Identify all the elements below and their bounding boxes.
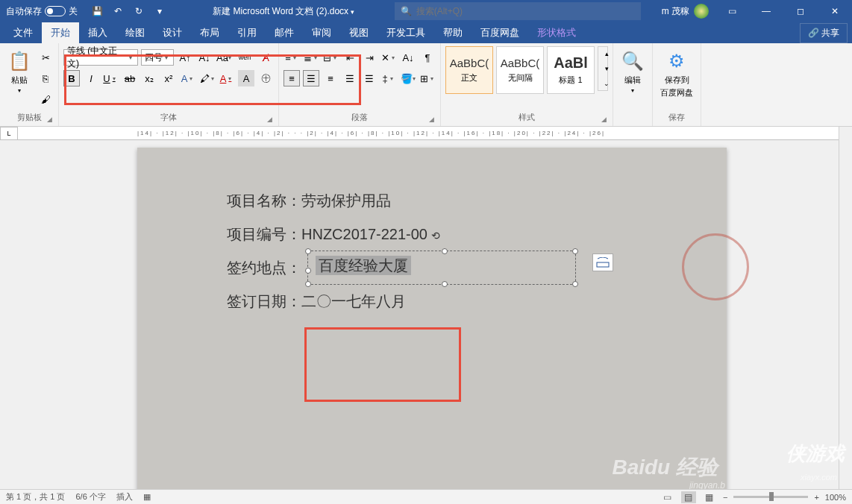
align-right-icon[interactable]: ≡ [322, 70, 339, 86]
align-left-icon[interactable]: ≡ [284, 70, 300, 86]
char-shading-icon[interactable]: A [238, 70, 254, 86]
change-case-icon[interactable]: Aa▾ [216, 49, 232, 66]
ribbon-options-icon[interactable]: ▭ [715, 0, 749, 22]
resize-handle[interactable] [305, 268, 311, 274]
view-print-icon[interactable]: ▤ [681, 491, 696, 503]
bold-button[interactable]: B [63, 70, 80, 86]
tab-mailings[interactable]: 邮件 [266, 22, 303, 43]
word-count[interactable]: 6/6 个字 [75, 491, 105, 503]
view-web-icon[interactable]: ▦ [702, 491, 717, 503]
dialog-launcher-icon[interactable]: ◢ [47, 116, 52, 123]
copy-icon[interactable]: ⎘ [37, 70, 54, 86]
text-box[interactable]: 百度经验大厦 [307, 251, 576, 285]
borders-icon[interactable]: ⊞▾ [419, 70, 436, 86]
styles-up-icon[interactable]: ▴ [598, 47, 615, 60]
document-viewport[interactable]: 项目名称：劳动保护用品 项目编号：HNZC2017-221-00 ⟲ 签约地点：… [18, 140, 839, 489]
phonetic-guide-icon[interactable]: wén [235, 49, 254, 66]
tab-developer[interactable]: 开发工具 [378, 22, 434, 43]
font-size-selector[interactable]: 四号▾ [141, 49, 174, 66]
distribute-icon[interactable]: ☰ [361, 70, 378, 86]
tab-home[interactable]: 开始 [42, 22, 79, 43]
zoom-level[interactable]: 100% [825, 493, 846, 502]
enclose-char-icon[interactable]: ㊉ [257, 70, 274, 86]
clear-formatting-icon[interactable]: A̸ [257, 49, 274, 66]
resize-handle[interactable] [442, 248, 448, 254]
italic-button[interactable]: I [83, 70, 99, 86]
justify-icon[interactable]: ☰ [342, 70, 358, 86]
tab-shape-format[interactable]: 形状格式 [528, 22, 585, 43]
share-button[interactable]: 🔗 共享 [800, 23, 848, 43]
line-spacing-icon[interactable]: ‡▾ [380, 70, 397, 86]
undo-icon[interactable]: ↶ [112, 5, 124, 17]
page-status[interactable]: 第 1 页，共 1 页 [6, 491, 65, 503]
ruler-corner[interactable]: L [0, 127, 18, 140]
asian-layout-icon[interactable]: ✕▾ [380, 49, 397, 66]
resize-handle[interactable] [305, 248, 311, 254]
decrease-indent-icon[interactable]: ⇤ [342, 49, 358, 66]
text-effects-icon[interactable]: A▾ [180, 70, 196, 86]
paste-button[interactable]: 📋 粘贴 ▾ [4, 46, 34, 97]
sort-icon[interactable]: A↓ [400, 49, 416, 66]
horizontal-ruler[interactable]: |14| · |12| · |10| · |8| · |6| · |4| · |… [18, 127, 839, 140]
style-nospacing[interactable]: AaBbC( 无间隔 [496, 46, 544, 94]
align-center-icon[interactable]: ☰ [303, 70, 319, 86]
underline-button[interactable]: U▾ [102, 70, 119, 86]
zoom-slider[interactable] [733, 496, 808, 498]
page[interactable]: 项目名称：劳动保护用品 项目编号：HNZC2017-221-00 ⟲ 签约地点：… [137, 148, 727, 489]
font-color-icon[interactable]: A▾ [219, 70, 235, 86]
maximize-icon[interactable]: ◻ [783, 0, 818, 22]
save-to-baidu-button[interactable]: ⚙ 保存到 百度网盘 [657, 46, 696, 101]
numbering-icon[interactable]: ≣▾ [303, 49, 319, 66]
increase-indent-icon[interactable]: ⇥ [361, 49, 378, 66]
search-box[interactable]: 🔍 [395, 2, 641, 20]
dialog-launcher-icon[interactable]: ◢ [601, 116, 607, 123]
macro-icon[interactable]: ▦ [143, 492, 151, 502]
style-normal[interactable]: AaBbC( 正文 [445, 46, 493, 94]
save-icon[interactable]: 💾 [91, 5, 103, 17]
decrease-font-icon[interactable]: A↓ [196, 49, 213, 66]
view-read-icon[interactable]: ▭ [660, 491, 675, 503]
style-heading1[interactable]: AaBl 标题 1 [547, 46, 595, 94]
font-name-selector[interactable]: 等线 (中文正文)▾ [63, 49, 138, 66]
editing-button[interactable]: 🔍 编辑 ▾ [618, 46, 648, 97]
tab-insert[interactable]: 插入 [79, 22, 116, 43]
selected-text[interactable]: 百度经验大厦 [316, 256, 411, 275]
shading-icon[interactable]: 🪣▾ [400, 70, 416, 86]
close-icon[interactable]: ✕ [818, 0, 852, 22]
resize-handle[interactable] [572, 281, 578, 287]
show-hide-icon[interactable]: ¶ [419, 49, 436, 66]
cut-icon[interactable]: ✂ [37, 49, 54, 66]
zoom-out-icon[interactable]: − [723, 493, 727, 502]
dialog-launcher-icon[interactable]: ◢ [267, 116, 272, 123]
multilevel-list-icon[interactable]: ⊟▾ [322, 49, 339, 66]
increase-font-icon[interactable]: A↑ [177, 49, 193, 66]
autosave-toggle[interactable]: 自动保存 关 [0, 5, 84, 18]
minimize-icon[interactable]: — [749, 0, 783, 22]
tab-review[interactable]: 审阅 [303, 22, 340, 43]
bullets-icon[interactable]: ≡▾ [284, 49, 300, 66]
superscript-button[interactable]: x² [160, 70, 177, 86]
strikethrough-button[interactable]: ab [122, 70, 138, 86]
tab-help[interactable]: 帮助 [434, 22, 472, 43]
user-account[interactable]: m 茂稼 [656, 4, 715, 19]
tab-draw[interactable]: 绘图 [116, 22, 154, 43]
tab-baidu[interactable]: 百度网盘 [472, 22, 528, 43]
layout-options-icon[interactable] [592, 253, 613, 271]
format-painter-icon[interactable]: 🖌 [37, 91, 54, 107]
tab-file[interactable]: 文件 [4, 22, 42, 43]
dialog-launcher-icon[interactable]: ◢ [429, 116, 434, 123]
tab-design[interactable]: 设计 [154, 22, 191, 43]
rotate-handle-icon[interactable]: ⟲ [431, 230, 440, 242]
zoom-in-icon[interactable]: + [814, 493, 818, 502]
search-input[interactable] [416, 6, 635, 16]
redo-icon[interactable]: ↻ [133, 5, 145, 17]
qat-dropdown-icon[interactable]: ▾ [154, 5, 166, 17]
subscript-button[interactable]: x₂ [141, 70, 157, 86]
highlight-color-icon[interactable]: 🖍▾ [199, 70, 216, 86]
resize-handle[interactable] [572, 248, 578, 254]
tab-references[interactable]: 引用 [228, 22, 266, 43]
tab-layout[interactable]: 布局 [191, 22, 228, 43]
resize-handle[interactable] [442, 281, 448, 287]
tab-view[interactable]: 视图 [340, 22, 378, 43]
vertical-scrollbar[interactable] [839, 127, 852, 489]
